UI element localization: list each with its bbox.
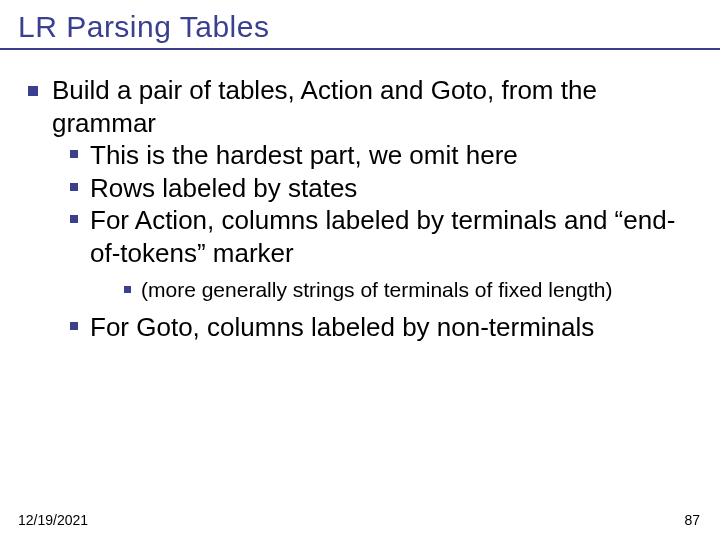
l2-text: Rows labeled by states [90, 172, 357, 205]
list-item: (more generally strings of terminals of … [124, 277, 692, 303]
l1-text: Build a pair of tables, Action and Goto,… [52, 74, 692, 139]
slide-title: LR Parsing Tables [0, 0, 720, 44]
bullet-icon [70, 150, 78, 158]
list-item: This is the hardest part, we omit here [70, 139, 692, 172]
bullet-icon [28, 86, 38, 96]
l3-text: (more generally strings of terminals of … [141, 277, 613, 303]
list-item: For Action, columns labeled by terminals… [70, 204, 692, 269]
footer-page-number: 87 [684, 512, 700, 528]
list-item: For Goto, columns labeled by non-termina… [70, 311, 692, 344]
slide-body: Build a pair of tables, Action and Goto,… [0, 44, 720, 344]
bullet-icon [124, 286, 131, 293]
l2-text: For Goto, columns labeled by non-termina… [90, 311, 594, 344]
bullet-icon [70, 322, 78, 330]
footer-date: 12/19/2021 [18, 512, 88, 528]
slide-footer: 12/19/2021 87 [18, 512, 700, 528]
bullet-icon [70, 215, 78, 223]
title-underline [0, 48, 720, 50]
l2-text: For Action, columns labeled by terminals… [90, 204, 692, 269]
list-item: Rows labeled by states [70, 172, 692, 205]
bullet-icon [70, 183, 78, 191]
l2-text: This is the hardest part, we omit here [90, 139, 518, 172]
list-item: Build a pair of tables, Action and Goto,… [28, 74, 692, 139]
